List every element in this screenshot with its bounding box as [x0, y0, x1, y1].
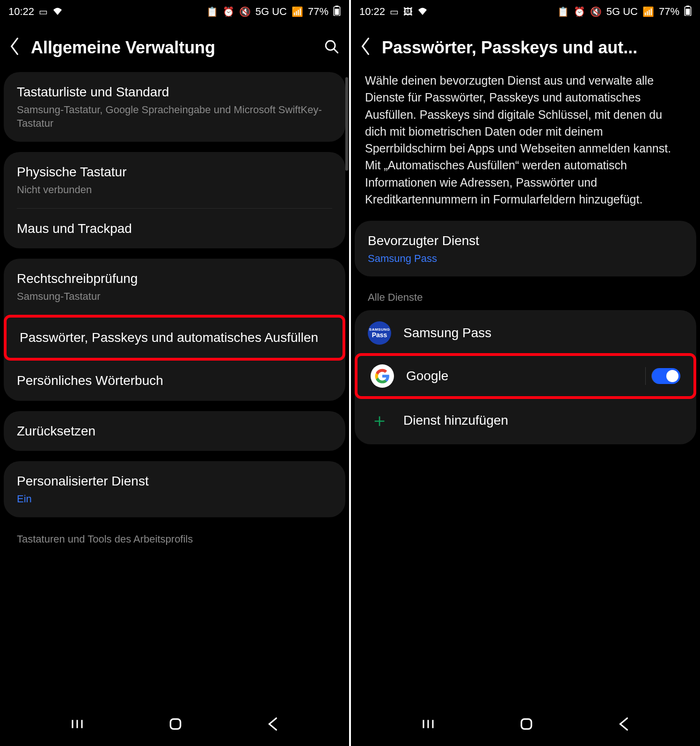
back-icon[interactable]: [360, 37, 371, 58]
cc-icon: ▭: [390, 6, 399, 17]
page-title: Passwörter, Passkeys und aut...: [382, 38, 691, 58]
signal-icon: 📶: [292, 6, 303, 17]
nav-back[interactable]: [618, 717, 630, 733]
item-title: Tastaturliste und Standard: [17, 83, 332, 101]
item-spellcheck[interactable]: Rechtschreibprüfung Samsung-Tastatur: [4, 259, 345, 314]
google-icon: [371, 364, 394, 388]
nav-back[interactable]: [267, 717, 279, 733]
clipboard-icon: 📋: [557, 6, 569, 17]
nav-home[interactable]: [519, 717, 534, 733]
item-keyboard-list[interactable]: Tastaturliste und Standard Samsung-Tasta…: [4, 72, 345, 142]
wifi-icon: [417, 7, 428, 17]
item-subtitle: Nicht verbunden: [17, 183, 332, 197]
section-work-profile: Tastaturen und Tools des Arbeitsprofils: [4, 528, 345, 545]
page-title: Allgemeine Verwaltung: [31, 38, 313, 58]
status-time: 10:22: [8, 6, 34, 18]
plus-icon: ＋: [368, 407, 391, 433]
nav-bar: [0, 704, 349, 746]
item-subtitle: Ein: [17, 492, 332, 506]
svg-rect-15: [521, 719, 531, 729]
phone-left: 10:22 ▭ 📋 ⏰ 🔇 5G UC 📶 77% Allgemeine Ver…: [0, 0, 349, 746]
battery-icon: [684, 6, 692, 18]
toggle-knob: [666, 370, 678, 382]
network-label: 5G UC: [606, 6, 638, 18]
description-text: Wähle deinen bevorzugten Dienst aus und …: [355, 72, 696, 221]
item-mouse-trackpad[interactable]: Maus und Trackpad: [4, 209, 345, 249]
google-toggle[interactable]: [651, 368, 680, 384]
svg-rect-11: [686, 8, 690, 14]
item-passwords-passkeys[interactable]: Passwörter, Passkeys und automatisches A…: [4, 315, 345, 361]
item-subtitle: Samsung Pass: [368, 252, 683, 266]
battery-icon: [333, 6, 341, 18]
phone-right: 10:22 ▭ 🖼 📋 ⏰ 🔇 5G UC 📶 77% Passwörter, …: [351, 0, 700, 746]
item-subtitle: Samsung-Tastatur: [17, 290, 332, 304]
network-label: 5G UC: [255, 6, 287, 18]
battery-label: 77%: [308, 6, 328, 18]
content-right: Wähle deinen bevorzugten Dienst aus und …: [351, 72, 700, 704]
back-icon[interactable]: [9, 37, 20, 58]
item-reset[interactable]: Zurücksetzen: [4, 411, 345, 451]
service-name: Google: [406, 369, 634, 384]
image-icon: 🖼: [403, 7, 413, 17]
mute-icon: 🔇: [239, 6, 251, 17]
alarm-icon: ⏰: [223, 6, 234, 17]
status-bar: 10:22 ▭ 📋 ⏰ 🔇 5G UC 📶 77%: [0, 0, 349, 23]
item-subtitle: Samsung-Tastatur, Google Spracheingabe u…: [17, 103, 332, 130]
section-all-services: Alle Dienste: [355, 287, 696, 310]
item-title: Bevorzugter Dienst: [368, 232, 683, 250]
svg-rect-8: [170, 719, 180, 729]
item-preferred-service[interactable]: Bevorzugter Dienst Samsung Pass: [355, 221, 696, 276]
service-name: Dienst hinzufügen: [403, 413, 683, 428]
battery-label: 77%: [659, 6, 679, 18]
svg-line-4: [334, 49, 338, 53]
cc-icon: ▭: [39, 6, 48, 17]
service-name: Samsung Pass: [403, 326, 683, 340]
nav-recents[interactable]: [70, 717, 84, 733]
header: Passwörter, Passkeys und aut...: [351, 23, 700, 72]
item-title: Personalisierter Dienst: [17, 472, 332, 490]
item-title: Physische Tastatur: [17, 163, 332, 181]
item-personal-dictionary[interactable]: Persönliches Wörterbuch: [4, 361, 345, 401]
item-title: Passwörter, Passkeys und automatisches A…: [20, 329, 329, 347]
content-left: Tastaturliste und Standard Samsung-Tasta…: [0, 72, 349, 704]
scrollbar[interactable]: [345, 77, 348, 171]
item-title: Maus und Trackpad: [17, 220, 332, 238]
nav-home[interactable]: [168, 717, 183, 733]
clipboard-icon: 📋: [206, 6, 218, 17]
item-title: Persönliches Wörterbuch: [17, 372, 332, 390]
service-add[interactable]: ＋ Dienst hinzufügen: [355, 399, 696, 442]
item-physical-keyboard[interactable]: Physische Tastatur Nicht verbunden: [4, 152, 345, 208]
samsung-pass-icon: SAMSUNGPass: [368, 321, 391, 345]
item-title: Rechtschreibprüfung: [17, 270, 332, 288]
mute-icon: 🔇: [590, 6, 602, 17]
wifi-icon: [52, 7, 63, 17]
nav-bar: [351, 704, 700, 746]
service-samsung-pass[interactable]: SAMSUNGPass Samsung Pass: [355, 313, 696, 353]
signal-icon: 📶: [642, 6, 654, 17]
status-time: 10:22: [359, 6, 385, 18]
search-icon[interactable]: [324, 39, 340, 57]
service-google[interactable]: Google: [355, 353, 696, 399]
header: Allgemeine Verwaltung: [0, 23, 349, 72]
alarm-icon: ⏰: [574, 6, 585, 17]
nav-recents[interactable]: [421, 717, 435, 733]
status-bar: 10:22 ▭ 🖼 📋 ⏰ 🔇 5G UC 📶 77%: [351, 0, 700, 23]
item-title: Zurücksetzen: [17, 422, 332, 440]
svg-rect-2: [335, 8, 339, 14]
item-personalized-service[interactable]: Personalisierter Dienst Ein: [4, 461, 345, 517]
